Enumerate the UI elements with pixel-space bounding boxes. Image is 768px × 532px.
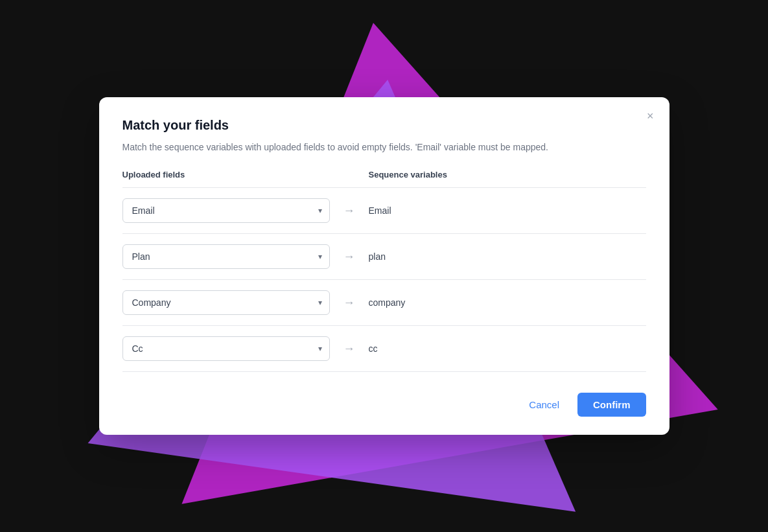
modal-overlay: × Match your fields Match the sequence v… — [0, 0, 768, 532]
sequence-variable-plan: plan — [369, 251, 386, 262]
modal-dialog: × Match your fields Match the sequence v… — [99, 97, 669, 435]
confirm-button[interactable]: Confirm — [577, 393, 646, 417]
arrow-right-icon: → — [336, 342, 362, 356]
header-sequence-variables: Sequence variables — [369, 170, 447, 179]
sequence-variable-cc: cc — [369, 343, 378, 354]
modal-footer: Cancel Confirm — [122, 387, 646, 417]
fields-header: Uploaded fields Sequence variables — [122, 170, 646, 188]
modal-title: Match your fields — [122, 118, 646, 133]
field-select-plan[interactable]: Email Plan Company Cc — [122, 244, 330, 269]
field-row-plan: Email Plan Company Cc ▾ → plan — [122, 234, 646, 280]
sequence-variable-company: company — [369, 297, 406, 308]
select-wrapper-email: Email Plan Company Cc ▾ — [122, 198, 330, 223]
modal-description: Match the sequence variables with upload… — [122, 141, 646, 154]
field-select-email[interactable]: Email Plan Company Cc — [122, 198, 330, 223]
sequence-variable-email: Email — [369, 205, 391, 216]
arrow-right-icon: → — [336, 250, 362, 264]
close-button[interactable]: × — [644, 108, 657, 124]
header-uploaded-fields: Uploaded fields — [122, 170, 330, 179]
field-row-company: Email Plan Company Cc ▾ → company — [122, 280, 646, 326]
field-select-cc[interactable]: Email Plan Company Cc — [122, 336, 330, 361]
field-row-cc: Email Plan Company Cc ▾ → cc — [122, 326, 646, 372]
arrow-right-icon: → — [336, 296, 362, 310]
arrow-right-icon: → — [336, 204, 362, 218]
field-select-company[interactable]: Email Plan Company Cc — [122, 290, 330, 315]
field-rows: Email Plan Company Cc ▾ → Email Email Pl… — [122, 188, 646, 372]
select-wrapper-plan: Email Plan Company Cc ▾ — [122, 244, 330, 269]
close-icon: × — [647, 110, 654, 122]
cancel-button[interactable]: Cancel — [518, 393, 570, 417]
field-row-email: Email Plan Company Cc ▾ → Email — [122, 188, 646, 234]
select-wrapper-cc: Email Plan Company Cc ▾ — [122, 336, 330, 361]
select-wrapper-company: Email Plan Company Cc ▾ — [122, 290, 330, 315]
